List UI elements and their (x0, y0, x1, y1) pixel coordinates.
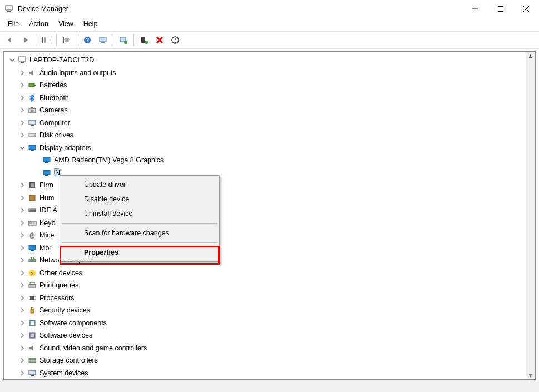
expand-icon[interactable] (18, 356, 26, 364)
menu-view[interactable]: View (54, 19, 78, 29)
tree-category-row[interactable]: Software components (6, 317, 526, 330)
toolbar-forward-button[interactable] (19, 33, 32, 47)
tree-device-row[interactable]: AMD Radeon(TM) Vega 8 Graphics (6, 154, 526, 167)
tree-category-row[interactable]: Batteries (6, 79, 526, 92)
category-icon (27, 105, 37, 115)
expand-icon[interactable] (18, 269, 26, 277)
expand-icon[interactable] (18, 81, 26, 89)
expand-icon[interactable] (18, 369, 26, 377)
svg-rect-54 (31, 250, 34, 251)
expand-icon[interactable] (18, 306, 26, 314)
menu-file[interactable]: File (3, 19, 23, 29)
tree-root-label: LAPTOP-7ADCLT2D (29, 56, 94, 64)
statusbar (0, 380, 539, 392)
expand-icon[interactable] (18, 219, 26, 227)
tree-category-row[interactable]: Computer (6, 117, 526, 130)
svg-rect-2 (6, 12, 12, 12)
titlebar: Device Manager (0, 0, 539, 18)
svg-point-18 (124, 41, 127, 44)
expand-icon[interactable] (18, 281, 26, 289)
tree-category-row[interactable]: System devices (6, 367, 526, 380)
expand-icon[interactable] (18, 181, 26, 189)
expand-icon[interactable] (18, 206, 26, 214)
toolbar-enable-button[interactable] (137, 33, 151, 47)
svg-point-48 (29, 222, 30, 223)
expand-icon[interactable] (18, 294, 26, 302)
expand-icon[interactable] (18, 69, 26, 77)
tree-category-row[interactable]: Cameras (6, 104, 526, 117)
expand-icon[interactable] (18, 319, 26, 327)
category-icon: ? (27, 268, 37, 278)
category-icon (27, 368, 37, 378)
expand-icon[interactable] (18, 194, 26, 202)
tree-item-label: Sound, video and game controllers (39, 344, 147, 352)
scroll-up-icon[interactable]: ▲ (528, 52, 533, 60)
expand-icon[interactable] (18, 119, 26, 127)
toolbar-scan-button[interactable] (96, 33, 110, 47)
expand-icon[interactable] (18, 94, 26, 102)
tree-category-row[interactable]: Display adapters (6, 142, 526, 155)
maximize-button[interactable] (488, 0, 513, 18)
vertical-scrollbar[interactable]: ▲ ▼ (526, 52, 535, 379)
menu-action[interactable]: Action (24, 19, 53, 29)
close-button[interactable] (513, 0, 539, 18)
svg-rect-32 (29, 120, 36, 125)
toolbar-update-driver-button[interactable] (117, 33, 130, 47)
minimize-button[interactable] (462, 0, 488, 18)
ctx-update-driver[interactable]: Update driver (62, 177, 217, 192)
tree-root-row[interactable]: LAPTOP-7ADCLT2D (6, 54, 526, 67)
toolbar: ? (0, 31, 539, 49)
svg-rect-67 (31, 310, 34, 313)
scroll-down-icon[interactable]: ▼ (528, 371, 533, 379)
svg-rect-16 (101, 42, 105, 43)
window-title: Device Manager (18, 5, 68, 13)
toolbar-disable-button[interactable] (169, 33, 182, 47)
tree-category-row[interactable]: Storage controllers (6, 354, 526, 367)
tree-item-label: Audio inputs and outputs (39, 69, 116, 77)
expand-icon[interactable] (18, 131, 26, 139)
svg-rect-40 (43, 170, 50, 175)
svg-rect-36 (29, 145, 36, 150)
ctx-properties[interactable]: Properties (62, 245, 217, 260)
expand-icon[interactable] (18, 331, 26, 339)
display-adapter-icon (42, 155, 52, 165)
tree-category-row[interactable]: Sound, video and game controllers (6, 342, 526, 355)
toolbar-back-button[interactable] (3, 33, 17, 47)
ctx-uninstall-device[interactable]: Uninstall device (62, 206, 217, 221)
tree-category-row[interactable]: Disk drives (6, 129, 526, 142)
menu-help[interactable]: Help (79, 19, 102, 29)
ctx-disable-device[interactable]: Disable device (62, 192, 217, 206)
svg-point-49 (31, 222, 32, 223)
tree-category-row[interactable]: Processors (6, 292, 526, 305)
tree-category-row[interactable]: Software devices (6, 329, 526, 342)
expand-icon[interactable] (18, 344, 26, 352)
tree-category-row[interactable]: Bluetooth (6, 92, 526, 105)
expand-icon[interactable] (18, 256, 26, 264)
expand-icon[interactable] (18, 106, 26, 114)
toolbar-show-hide-button[interactable] (39, 33, 53, 47)
toolbar-properties-button[interactable] (60, 33, 73, 47)
toolbar-help-button[interactable]: ? (81, 33, 94, 47)
tree-category-row[interactable]: Audio inputs and outputs (6, 67, 526, 80)
collapse-icon[interactable] (8, 56, 16, 64)
svg-rect-55 (29, 259, 36, 262)
tree-item-label: Cameras (39, 106, 68, 114)
expand-icon[interactable] (18, 244, 26, 252)
expand-icon[interactable] (18, 231, 26, 239)
tree-item-label: System devices (39, 369, 88, 377)
collapse-icon[interactable] (18, 144, 26, 152)
svg-rect-62 (30, 296, 34, 300)
tree-category-row[interactable]: Print queues (6, 279, 526, 292)
category-icon (27, 218, 37, 228)
svg-rect-44 (29, 195, 35, 201)
ctx-scan-hardware[interactable]: Scan for hardware changes (62, 226, 217, 240)
tree-category-row[interactable]: Security devices (6, 304, 526, 317)
toolbar-separator (36, 34, 36, 46)
category-icon (27, 180, 37, 190)
tree-category-row[interactable]: ?Other devices (6, 267, 526, 280)
svg-rect-33 (31, 125, 34, 126)
toolbar-uninstall-button[interactable] (153, 33, 166, 47)
svg-rect-28 (34, 85, 36, 86)
tree-item-label: Storage controllers (39, 356, 98, 364)
display-adapter-icon (42, 168, 52, 178)
